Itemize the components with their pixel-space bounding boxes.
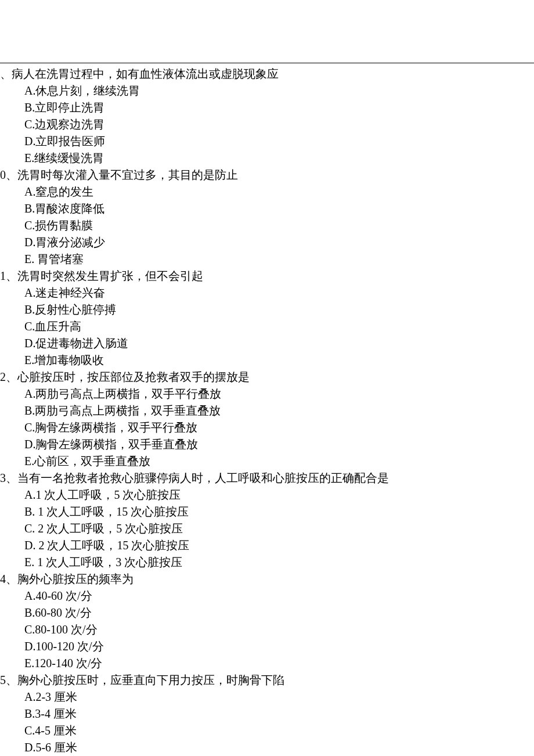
option: C.胸骨左缘两横指，双手平行叠放: [0, 419, 534, 436]
option: E.增加毒物吸收: [0, 352, 534, 369]
option: D.胸骨左缘两横指，双手垂直叠放: [0, 436, 534, 453]
option: D.胃液分泌减少: [0, 234, 534, 251]
question-stem: 、胸外心脏按压时，应垂直向下用力按压，时胸骨下陷: [6, 674, 284, 686]
option: A.两肋弓高点上两横指，双手平行叠放: [0, 386, 534, 402]
question-stem: 、病人在洗胃过程中，如有血性液体流出或虚脱现象应: [0, 67, 279, 80]
option: C. 2 次人工呼吸，5 次心脏按压: [0, 520, 534, 537]
option: E.继续缓慢洗胃: [0, 150, 534, 167]
option: B.3-4 厘米: [0, 705, 534, 722]
option: A.窒息的发生: [0, 183, 534, 200]
question-text: 5、胸外心脏按压时，应垂直向下用力按压，时胸骨下陷: [0, 672, 534, 689]
option: D.立即报告医师: [0, 133, 534, 150]
question-stem: 、心脏按压时，按压部位及抢救者双手的摆放是: [6, 370, 250, 383]
question-number: 0: [0, 168, 6, 181]
question-stem: 、胸外心脏按压的频率为: [6, 573, 134, 585]
option: E. 1 次人工呼吸，3 次心脏按压: [0, 554, 534, 571]
question-text: 1、洗胃时突然发生胃扩张，但不会引起: [0, 268, 534, 285]
question-text: 、病人在洗胃过程中，如有血性液体流出或虚脱现象应: [0, 66, 534, 82]
option: B.立即停止洗胃: [0, 99, 534, 116]
option: C.80-100 次/分: [0, 621, 534, 638]
option: B. 1 次人工呼吸，15 次心脏按压: [0, 503, 534, 520]
question-text: 2、心脏按压时，按压部位及抢救者双手的摆放是: [0, 369, 534, 386]
option: C.4-5 厘米: [0, 722, 534, 739]
option: C.损伤胃黏膜: [0, 217, 534, 234]
option: A.休息片刻，继续洗胃: [0, 82, 534, 99]
option: E.120-140 次/分: [0, 655, 534, 672]
option: D.促进毒物进入肠道: [0, 335, 534, 352]
option: D.100-120 次/分: [0, 638, 534, 655]
option: B.两肋弓高点上两横指，双手垂直叠放: [0, 402, 534, 419]
question-stem: 、洗胃时突然发生胃扩张，但不会引起: [6, 269, 203, 282]
question-stem: 、当有一名抢救者抢救心脏骤停病人时，人工呼吸和心脏按压的正确配合是: [6, 471, 389, 484]
option: E. 胃管堵塞: [0, 251, 534, 268]
question-number: 5: [0, 674, 6, 686]
question-text: 4、胸外心脏按压的频率为: [0, 571, 534, 588]
option: C.边观察边洗胃: [0, 116, 534, 133]
option: A.2-3 厘米: [0, 689, 534, 705]
option: E.心前区，双手垂直叠放: [0, 453, 534, 470]
option: D. 2 次人工呼吸，15 次心脏按压: [0, 537, 534, 554]
question-number: 2: [0, 370, 6, 383]
question-number: 1: [0, 269, 6, 282]
question-number: 4: [0, 573, 6, 585]
option: A.1 次人工呼吸，5 次心脏按压: [0, 487, 534, 503]
option: C.血压升高: [0, 318, 534, 335]
question-text: 0、洗胃时每次灌入量不宜过多，其目的是防止: [0, 167, 534, 183]
option: B.反射性心脏停搏: [0, 301, 534, 318]
question-stem: 、洗胃时每次灌入量不宜过多，其目的是防止: [6, 168, 238, 181]
question-number: 3: [0, 471, 6, 484]
option: A.迷走神经兴奋: [0, 285, 534, 301]
option: A.40-60 次/分: [0, 588, 534, 604]
option: B.胃酸浓度降低: [0, 200, 534, 217]
option: D.5-6 厘米: [0, 739, 534, 756]
question-text: 3、当有一名抢救者抢救心脏骤停病人时，人工呼吸和心脏按压的正确配合是: [0, 470, 534, 487]
option: B.60-80 次/分: [0, 604, 534, 621]
document-content: 、病人在洗胃过程中，如有血性液体流出或虚脱现象应A.休息片刻，继续洗胃B.立即停…: [0, 63, 534, 756]
